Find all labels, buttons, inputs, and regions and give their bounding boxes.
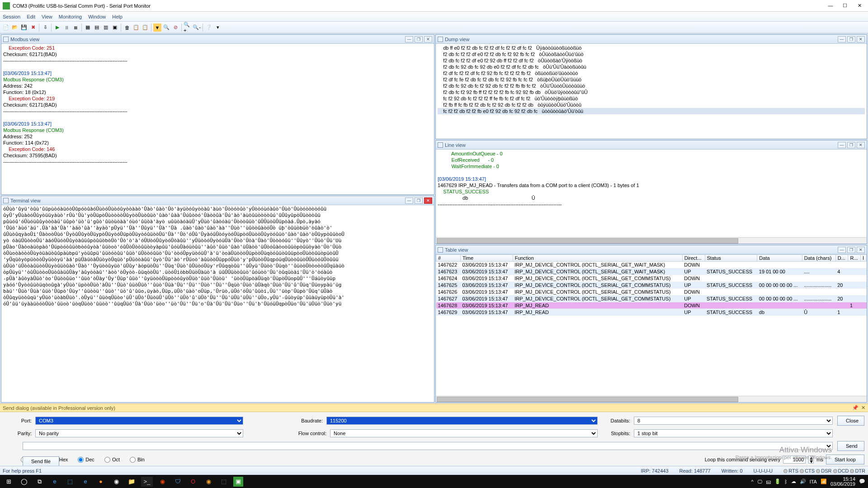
- view2-icon[interactable]: ▤: [93, 23, 101, 32]
- flow-select[interactable]: None: [330, 429, 598, 437]
- table-body[interactable]: #TimeFunctionDirect...StatusDataData (ch…: [436, 254, 867, 396]
- table-row[interactable]: 146762303/06/2019 15:13:47IRP_MJ_DEVICE_…: [436, 268, 867, 275]
- databits-select[interactable]: 8: [634, 417, 833, 425]
- export-icon[interactable]: ⇩: [41, 23, 49, 32]
- panel-min-icon[interactable]: —: [838, 142, 846, 148]
- table-row[interactable]: 146762603/06/2019 15:13:47IRP_MJ_DEVICE_…: [436, 289, 867, 296]
- menu-window[interactable]: Window: [88, 14, 106, 19]
- table-row[interactable]: 146762903/06/2019 15:13:47IRP_MJ_READUPS…: [436, 309, 867, 316]
- table-header[interactable]: Data: [757, 255, 802, 262]
- taskbar-firefox-icon[interactable]: ●: [95, 477, 107, 487]
- taskbar-canary-icon[interactable]: ◉: [203, 477, 214, 487]
- dump-body[interactable]: db ff e0 f2 f2 db fc f2 f2 df fc f2 f2 d…: [436, 44, 867, 139]
- menu-help[interactable]: Help: [112, 14, 123, 19]
- cancel-find-icon[interactable]: ⊘: [171, 23, 179, 32]
- table-header[interactable]: I: [861, 255, 867, 262]
- tray-wifi-icon[interactable]: 📶: [821, 479, 827, 484]
- tray-chevron-icon[interactable]: ^: [751, 479, 753, 484]
- pause-icon[interactable]: ⏸: [62, 23, 71, 32]
- panel-close-icon[interactable]: ✕: [857, 142, 865, 148]
- view1-icon[interactable]: ▦: [84, 23, 92, 32]
- table-header[interactable]: D...: [835, 255, 848, 262]
- panel-close-icon[interactable]: ✕: [857, 36, 865, 42]
- taskbar-edge-icon[interactable]: e: [49, 477, 61, 487]
- send-file-button[interactable]: Send file: [23, 456, 59, 466]
- find-icon[interactable]: 🔍: [162, 23, 170, 32]
- port-select[interactable]: COM3: [35, 417, 243, 425]
- taskbar-search-icon[interactable]: ◯: [18, 477, 30, 487]
- stopbits-select[interactable]: 1 stop bit: [634, 429, 833, 437]
- table-header[interactable]: Status: [705, 255, 757, 262]
- minimize-button[interactable]: —: [827, 3, 834, 9]
- line-hscrollbar[interactable]: [436, 237, 867, 244]
- panel-close-icon[interactable]: ✕: [857, 247, 865, 253]
- table-header[interactable]: Data (chars): [802, 255, 835, 262]
- table-row[interactable]: 146762703/06/2019 15:13:47IRP_MJ_DEVICE_…: [436, 296, 867, 302]
- table-header[interactable]: Time: [460, 255, 513, 262]
- view4-icon[interactable]: ▣: [111, 23, 119, 32]
- start-button[interactable]: ⊞: [3, 477, 14, 487]
- taskbar-ie-icon[interactable]: e: [80, 477, 91, 487]
- panel-close-icon[interactable]: ✕: [424, 197, 432, 204]
- menu-edit[interactable]: Edit: [27, 14, 35, 19]
- panel-max-icon[interactable]: ❐: [847, 36, 855, 42]
- menu-session[interactable]: Session: [3, 14, 20, 19]
- line-body[interactable]: AmountInOutQueue - 0 EofReceived - 0 Wai…: [436, 150, 867, 237]
- modbus-body[interactable]: Exception Code: 251Checksum: 62171(BAD)-…: [1, 44, 434, 194]
- taskbar-explorer-icon[interactable]: 📁: [126, 477, 137, 487]
- clear-icon[interactable]: 🗑: [123, 23, 131, 32]
- taskbar-chrome-icon[interactable]: ◉: [110, 477, 122, 487]
- table-row[interactable]: 146762803/06/2019 15:13:47IRP_MJ_READDOW…: [436, 302, 867, 309]
- panel-min-icon[interactable]: —: [405, 36, 413, 42]
- taskbar-ubuntu-icon[interactable]: ◉: [156, 477, 168, 487]
- panel-max-icon[interactable]: ❐: [415, 197, 423, 204]
- tray-volume-icon[interactable]: 🔊: [800, 479, 806, 484]
- table-row[interactable]: 146762403/06/2019 15:13:47IRP_MJ_DEVICE_…: [436, 275, 867, 282]
- panel-min-icon[interactable]: —: [838, 36, 846, 42]
- copy-icon[interactable]: 📋: [132, 23, 140, 32]
- panel-close-icon[interactable]: ✕: [424, 36, 432, 42]
- terminal-body[interactable]: óÛùò'ûyü'òûù'ûüpùòóàüóòÛûpóòûàóÛùòóÛùòóû…: [1, 205, 434, 402]
- taskbar-defender-icon[interactable]: 🛡: [172, 477, 184, 487]
- help-icon[interactable]: ❔: [205, 23, 213, 32]
- send-button[interactable]: Send: [837, 441, 864, 451]
- tray-battery-icon[interactable]: 🔋: [774, 479, 781, 484]
- play-icon[interactable]: ▶: [53, 23, 61, 32]
- table-hscrollbar[interactable]: [436, 396, 867, 402]
- table-header[interactable]: Direct...: [682, 255, 705, 262]
- send-data-input[interactable]: [23, 442, 833, 450]
- taskbar-app-icon[interactable]: ⬚: [64, 477, 76, 487]
- senddlg-close-icon[interactable]: ✕: [861, 405, 865, 411]
- new-session-icon[interactable]: 📄: [2, 23, 10, 32]
- close-button[interactable]: ✕: [856, 3, 863, 9]
- tray-lang-icon[interactable]: ITA: [810, 479, 817, 484]
- zoomout-icon[interactable]: 🔍-: [193, 23, 201, 32]
- panel-max-icon[interactable]: ❐: [847, 247, 855, 253]
- baud-select[interactable]: 115200: [326, 417, 598, 425]
- tray-icon[interactable]: 🖴: [766, 479, 771, 484]
- senddlg-pin-icon[interactable]: 📌: [852, 405, 859, 411]
- zoomin-icon[interactable]: 🔍+: [184, 23, 192, 32]
- close-button[interactable]: Close: [837, 416, 864, 426]
- taskbar-spm-icon[interactable]: ▣: [233, 477, 243, 487]
- table-row[interactable]: 146762503/06/2019 15:13:47IRP_MJ_DEVICE_…: [436, 282, 867, 289]
- table-header[interactable]: R...: [848, 255, 861, 262]
- taskbar-taskview-icon[interactable]: ⧉: [33, 477, 45, 487]
- menu-monitoring[interactable]: Monitoring: [59, 14, 82, 19]
- open-icon[interactable]: 📂: [11, 23, 19, 32]
- parity-select[interactable]: No parity: [35, 429, 243, 437]
- tray-clock[interactable]: 15:1403/06/2019: [830, 477, 855, 487]
- dropdown-icon[interactable]: ▾: [214, 23, 222, 32]
- panel-min-icon[interactable]: —: [405, 197, 413, 204]
- tray-icon[interactable]: 🖵: [757, 479, 762, 484]
- tray-bluetooth-icon[interactable]: ᛒ: [784, 479, 788, 484]
- paste-icon[interactable]: 📋: [141, 23, 149, 32]
- taskbar-app2-icon[interactable]: ⬚: [218, 477, 230, 487]
- stop-icon[interactable]: ⏹: [71, 23, 80, 32]
- table-header[interactable]: Function: [513, 255, 682, 262]
- panel-max-icon[interactable]: ❐: [847, 142, 855, 148]
- view3-icon[interactable]: ▥: [102, 23, 110, 32]
- panel-min-icon[interactable]: —: [838, 247, 846, 253]
- taskbar-opera-icon[interactable]: O: [187, 477, 199, 487]
- tray-cloud-icon[interactable]: ☁: [791, 479, 796, 484]
